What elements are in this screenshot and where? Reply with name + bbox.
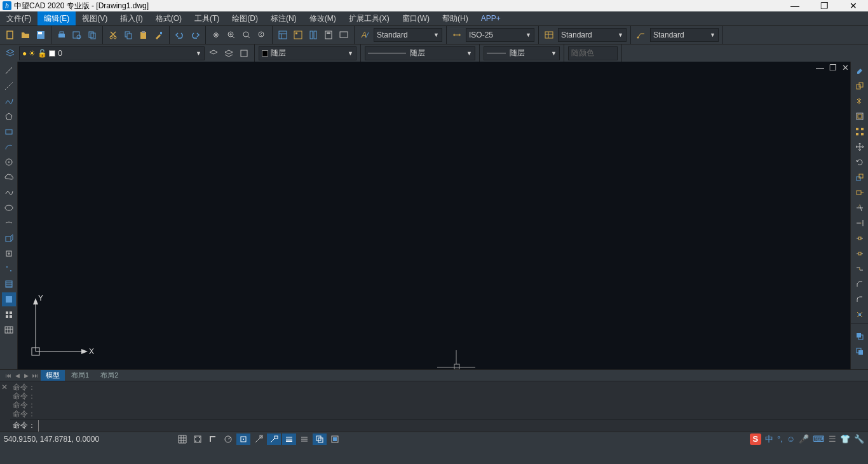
paste-button[interactable] bbox=[137, 28, 151, 42]
array-tool[interactable] bbox=[853, 125, 867, 139]
properties-button[interactable] bbox=[276, 28, 290, 42]
print-button[interactable] bbox=[55, 28, 69, 42]
tool-palettes-button[interactable] bbox=[306, 28, 320, 42]
menu-edit[interactable]: 编辑(E) bbox=[37, 11, 76, 25]
ortho-toggle[interactable] bbox=[206, 433, 220, 445]
tab-first-button[interactable]: ⏮ bbox=[4, 371, 13, 380]
draworder-tool[interactable] bbox=[853, 329, 867, 343]
ime-tool-icon[interactable]: 🔧 bbox=[854, 434, 864, 444]
new-button[interactable] bbox=[3, 28, 17, 42]
command-history[interactable]: 命令： 命令： 命令： 命令： bbox=[10, 381, 868, 419]
tab-last-button[interactable]: ⏭ bbox=[31, 371, 39, 380]
linetype-dropdown[interactable]: 随层 ▼ bbox=[365, 46, 475, 60]
chamfer-tool[interactable] bbox=[853, 277, 867, 291]
rotate-tool[interactable] bbox=[853, 155, 867, 169]
print-preview-button[interactable] bbox=[70, 28, 84, 42]
text-style-icon[interactable]: A bbox=[358, 28, 372, 42]
arc-tool[interactable] bbox=[2, 140, 16, 154]
open-button[interactable] bbox=[18, 28, 32, 42]
color-dropdown[interactable]: 随层 ▼ bbox=[259, 46, 356, 60]
circle-tool[interactable] bbox=[2, 155, 16, 169]
ime-icon[interactable]: S bbox=[750, 433, 761, 445]
ime-lang[interactable]: 中 bbox=[765, 433, 773, 445]
layer-manager-button[interactable] bbox=[3, 46, 17, 60]
stretch-tool[interactable] bbox=[853, 186, 867, 200]
table-style-icon[interactable] bbox=[542, 28, 556, 42]
ellipse-arc-tool[interactable] bbox=[2, 216, 16, 230]
menu-modify[interactable]: 修改(M) bbox=[303, 11, 342, 25]
clean-screen-button[interactable] bbox=[337, 28, 351, 42]
lineweight-display-toggle[interactable] bbox=[297, 433, 311, 445]
redo-button[interactable] bbox=[188, 28, 202, 42]
mirror-tool[interactable] bbox=[853, 94, 867, 108]
text-style-dropdown[interactable]: Standard▼ bbox=[374, 28, 442, 42]
lineweight-dropdown[interactable]: 随层 ▼ bbox=[484, 46, 560, 60]
doc-minimize-button[interactable]: — bbox=[816, 63, 824, 72]
menu-draw[interactable]: 绘图(D) bbox=[226, 11, 264, 25]
menu-dimension[interactable]: 标注(N) bbox=[264, 11, 303, 25]
extend-tool[interactable] bbox=[853, 216, 867, 230]
point-tool[interactable] bbox=[2, 262, 16, 276]
menu-help[interactable]: 帮助(H) bbox=[436, 11, 475, 25]
revision-cloud-tool[interactable] bbox=[2, 170, 16, 184]
join-tool[interactable] bbox=[853, 262, 867, 276]
menu-insert[interactable]: 插入(I) bbox=[114, 11, 149, 25]
draworder-back-tool[interactable] bbox=[853, 345, 867, 358]
hatch-tool[interactable] bbox=[2, 277, 16, 291]
cycling-toggle[interactable] bbox=[313, 433, 327, 445]
ime-settings-icon[interactable]: ☰ bbox=[829, 434, 836, 444]
design-center-button[interactable] bbox=[291, 28, 305, 42]
osnap-toggle[interactable] bbox=[236, 433, 250, 445]
layer-isolate-button[interactable] bbox=[237, 46, 251, 60]
construction-line-tool[interactable] bbox=[2, 79, 16, 93]
save-button[interactable] bbox=[34, 28, 48, 42]
plotstyle-dropdown[interactable]: 随颜色 bbox=[568, 46, 618, 60]
break-tool[interactable] bbox=[853, 247, 867, 261]
fillet-tool[interactable] bbox=[853, 292, 867, 306]
window-maximize-button[interactable]: ❐ bbox=[810, 0, 839, 11]
trim-tool[interactable] bbox=[853, 201, 867, 215]
dyn-toggle[interactable] bbox=[267, 433, 281, 445]
window-minimize-button[interactable]: — bbox=[780, 0, 810, 11]
copy-tool[interactable] bbox=[853, 79, 867, 93]
menu-view[interactable]: 视图(V) bbox=[76, 11, 114, 25]
tab-next-button[interactable]: ▶ bbox=[22, 371, 31, 380]
layer-states-button[interactable] bbox=[222, 46, 236, 60]
menu-format[interactable]: 格式(O) bbox=[149, 11, 188, 25]
zoom-previous-button[interactable] bbox=[255, 28, 269, 42]
gradient-tool[interactable] bbox=[2, 292, 16, 306]
grid-toggle[interactable] bbox=[175, 433, 189, 445]
ime-punct-icon[interactable]: °, bbox=[777, 434, 783, 444]
line-tool[interactable] bbox=[2, 64, 16, 78]
region-tool[interactable] bbox=[2, 308, 16, 322]
ime-emoji-icon[interactable]: ☺ bbox=[787, 434, 795, 444]
ime-mic-icon[interactable]: 🎤 bbox=[799, 434, 809, 444]
menu-window[interactable]: 窗口(W) bbox=[396, 11, 436, 25]
polyline-tool[interactable] bbox=[2, 94, 16, 108]
copy-button[interactable] bbox=[121, 28, 135, 42]
layer-previous-button[interactable] bbox=[207, 46, 220, 60]
command-input[interactable] bbox=[38, 420, 865, 432]
layer-dropdown[interactable]: ● ☀ 🔓 0 ▼ bbox=[19, 46, 205, 60]
break-at-point-tool[interactable] bbox=[853, 231, 867, 245]
erase-tool[interactable] bbox=[853, 64, 867, 78]
explode-tool[interactable] bbox=[853, 308, 867, 322]
tab-prev-button[interactable]: ◀ bbox=[13, 371, 22, 380]
mleader-style-dropdown[interactable]: Standard▼ bbox=[650, 28, 719, 42]
command-close-button[interactable]: ✕ bbox=[0, 381, 10, 432]
drawing-canvas[interactable]: — ❐ ✕ Y X bbox=[18, 62, 850, 369]
insert-block-tool[interactable] bbox=[2, 231, 16, 245]
polygon-tool[interactable] bbox=[2, 109, 16, 123]
rectangle-tool[interactable] bbox=[2, 125, 16, 139]
zoom-realtime-button[interactable] bbox=[224, 28, 238, 42]
pan-button[interactable] bbox=[209, 28, 223, 42]
publish-button[interactable] bbox=[85, 28, 99, 42]
zoom-window-button[interactable] bbox=[240, 28, 254, 42]
polar-toggle[interactable] bbox=[221, 433, 235, 445]
doc-maximize-button[interactable]: ❐ bbox=[829, 63, 837, 72]
tab-layout1[interactable]: 布局1 bbox=[66, 370, 94, 381]
dim-style-dropdown[interactable]: ISO-25▼ bbox=[466, 28, 534, 42]
undo-button[interactable] bbox=[173, 28, 187, 42]
ime-keyboard-icon[interactable]: ⌨ bbox=[813, 434, 825, 444]
cut-button[interactable] bbox=[106, 28, 120, 42]
